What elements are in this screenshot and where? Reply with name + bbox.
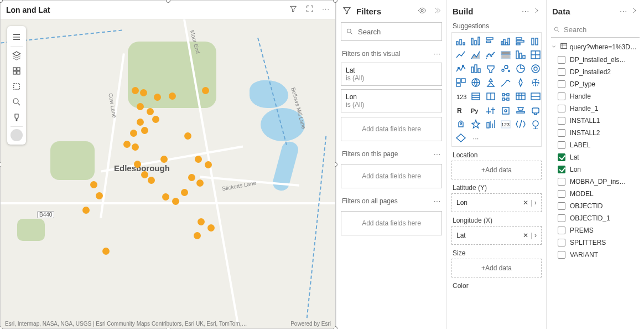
drop-filters-page[interactable]: Add data fields here [341, 164, 442, 188]
show-hide-icon[interactable] [418, 6, 427, 17]
field-row[interactable]: DP_installed2 [558, 66, 644, 78]
menu-icon[interactable] [9, 29, 24, 45]
chevron-right-icon[interactable]: › [534, 232, 537, 239]
map-point[interactable] [82, 207, 90, 214]
viz-type-button[interactable] [515, 105, 527, 116]
map-point[interactable] [132, 87, 139, 94]
viz-type-button[interactable] [470, 119, 482, 130]
field-checkbox[interactable] [558, 202, 565, 210]
map-point[interactable] [184, 132, 191, 140]
viz-type-button[interactable] [529, 35, 542, 47]
more-icon[interactable]: ··· [434, 50, 441, 58]
collapse-icon[interactable] [631, 7, 638, 16]
focus-mode-icon[interactable] [305, 4, 314, 15]
viz-type-button[interactable] [455, 35, 467, 47]
map-point[interactable] [181, 189, 188, 196]
field-checkbox[interactable] [558, 251, 565, 259]
more-viz-icon[interactable]: ··· [470, 132, 482, 143]
viz-type-button[interactable] [470, 91, 482, 102]
field-checkbox[interactable] [558, 153, 565, 161]
map-point[interactable] [152, 116, 159, 123]
field-row[interactable]: Lat [558, 151, 644, 163]
viz-type-button[interactable] [500, 91, 512, 102]
field-checkbox[interactable] [558, 141, 565, 149]
map-point[interactable] [137, 103, 144, 110]
viz-type-button[interactable]: 123 [500, 119, 512, 130]
more-options-icon[interactable]: ··· [322, 4, 330, 15]
field-checkbox[interactable] [558, 92, 565, 100]
viz-type-button[interactable] [485, 91, 497, 102]
field-row[interactable]: MODEL [558, 188, 644, 200]
field-row[interactable]: Lon [558, 163, 644, 176]
viz-type-button[interactable] [515, 35, 527, 47]
filter-card-lon[interactable]: Lon is (All) [341, 89, 442, 112]
field-row[interactable]: DP_type [558, 78, 644, 90]
search-icon[interactable] [9, 94, 24, 110]
map-point[interactable] [147, 108, 154, 115]
data-table-root[interactable]: query?where=1%3D1… [547, 40, 644, 54]
well-longitude[interactable]: Lat ✕|› [451, 226, 542, 245]
field-row[interactable]: Handle [558, 90, 644, 102]
viz-type-button[interactable]: 123 [455, 91, 467, 102]
map-point[interactable] [141, 171, 148, 178]
viz-type-button[interactable] [500, 77, 512, 88]
viz-type-button[interactable] [470, 49, 482, 60]
viz-type-button[interactable] [500, 49, 512, 60]
field-checkbox[interactable] [558, 214, 565, 222]
field-row[interactable]: SPLITTERS [558, 237, 644, 249]
field-row[interactable]: INSTALL2 [558, 127, 644, 139]
viz-type-button[interactable] [470, 35, 482, 47]
map-point[interactable] [154, 94, 161, 101]
map-point[interactable] [196, 179, 204, 187]
viz-type-button[interactable] [529, 49, 542, 60]
viz-type-button[interactable] [455, 49, 467, 60]
field-checkbox[interactable] [558, 117, 565, 125]
viz-type-button[interactable] [470, 77, 482, 88]
filter-card-lat[interactable]: Lat is (All) [341, 63, 442, 86]
viz-type-button[interactable] [485, 63, 497, 74]
map-point[interactable] [198, 218, 205, 225]
map-visual[interactable]: 0 Lon and Lat ··· Edlesborough B440 Cow … [0, 0, 336, 329]
field-checkbox[interactable] [558, 166, 565, 173]
viz-type-button[interactable] [500, 105, 512, 116]
field-row[interactable]: DP_installed_els… [558, 54, 644, 66]
map-point[interactable] [148, 177, 155, 184]
map-point[interactable] [162, 193, 169, 201]
map-point[interactable] [137, 119, 144, 126]
viz-type-button[interactable] [529, 91, 542, 102]
map-point[interactable] [132, 143, 139, 151]
map-point[interactable] [130, 130, 137, 137]
viz-type-button[interactable] [515, 63, 527, 74]
map-point[interactable] [194, 232, 201, 239]
viz-type-button[interactable] [485, 105, 497, 116]
field-row[interactable]: PREMS [558, 224, 644, 237]
collapse-icon[interactable] [533, 7, 541, 16]
field-row[interactable]: Handle_1 [558, 102, 644, 115]
viz-type-button[interactable] [515, 119, 527, 130]
viz-type-button[interactable] [470, 63, 482, 74]
field-checkbox[interactable] [558, 56, 565, 64]
data-search[interactable]: Search [551, 22, 640, 38]
map-point[interactable] [205, 161, 212, 168]
viz-type-button[interactable]: R [455, 105, 467, 116]
viz-type-button[interactable] [485, 119, 497, 130]
field-checkbox[interactable] [558, 68, 565, 76]
map-point[interactable] [90, 181, 97, 188]
viz-type-button[interactable] [455, 132, 467, 143]
map-point[interactable] [202, 87, 209, 94]
field-checkbox[interactable] [558, 80, 565, 88]
viz-type-button[interactable] [529, 63, 542, 74]
well-size[interactable]: +Add data [451, 259, 542, 277]
field-row[interactable]: MOBRA_DP_ins… [558, 176, 644, 188]
field-checkbox[interactable] [558, 239, 565, 246]
viz-type-button[interactable] [515, 49, 527, 60]
more-icon[interactable]: ··· [620, 7, 627, 16]
viz-type-button[interactable] [485, 77, 497, 88]
basemap-icon[interactable] [9, 63, 24, 79]
map-point[interactable] [102, 248, 110, 255]
viz-type-button[interactable] [515, 77, 527, 88]
user-avatar[interactable] [11, 129, 23, 141]
map-point[interactable] [207, 224, 215, 232]
viz-type-button[interactable] [515, 91, 527, 102]
map-point[interactable] [134, 161, 141, 168]
